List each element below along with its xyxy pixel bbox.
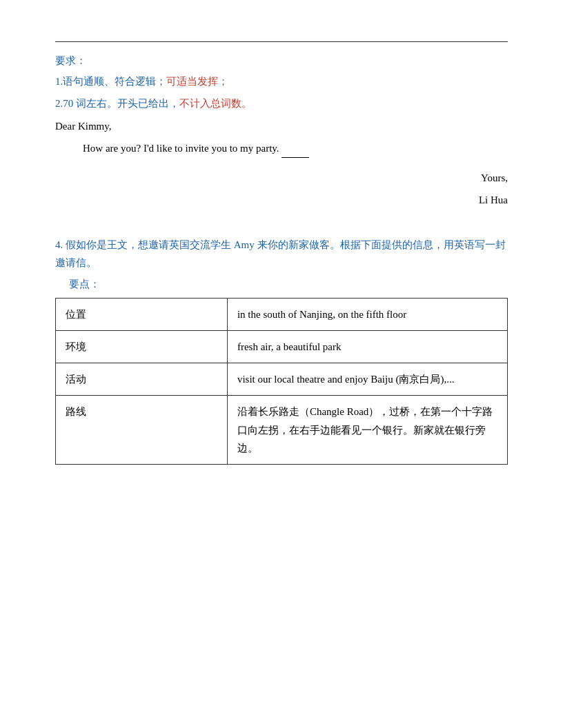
value-cell-route: 沿着长乐路走（Changle Road），过桥，在第一个十字路口向左拐，在右手边…	[227, 396, 507, 465]
question-4-section: 4. 假如你是王文，想邀请英国交流学生 Amy 来你的新家做客。根据下面提供的信…	[55, 236, 508, 465]
value-cell-location: in the south of Nanjing, on the fifth fl…	[227, 298, 507, 330]
letter-body-text: How are you? I'd like to invite you to m…	[83, 143, 279, 154]
dear-line: Dear Kimmy,	[55, 121, 508, 132]
question-number: 4.	[55, 239, 63, 250]
letter-sign: Yours, Li Hua	[55, 168, 508, 211]
info-table: 位置 in the south of Nanjing, on the fifth…	[55, 298, 508, 465]
top-divider	[55, 41, 508, 42]
requirements-title: 要求：	[55, 54, 508, 68]
letter-section: Dear Kimmy, How are you? I'd like to inv…	[55, 121, 508, 211]
req1-red: 可适当发挥；	[166, 76, 228, 87]
value-cell-activities: visit our local theatre and enjoy Baiju …	[227, 363, 507, 396]
requirement-item-2: 2.70 词左右。开头已给出，不计入总词数。	[55, 95, 508, 113]
yaodian-label: 要点：	[69, 278, 508, 291]
value-cell-environment: fresh air, a beautiful park	[227, 330, 507, 363]
letter-blank	[282, 157, 309, 158]
question-text: 假如你是王文，想邀请英国交流学生 Amy 来你的新家做客。根据下面提供的信息，用…	[55, 239, 506, 268]
req1-blue: 1.语句通顺、符合逻辑；	[55, 76, 166, 87]
sign-yours: Yours,	[55, 168, 508, 190]
table-row: 位置 in the south of Nanjing, on the fifth…	[56, 298, 508, 330]
label-cell-route: 路线	[56, 396, 228, 465]
label-cell-location: 位置	[56, 298, 228, 330]
question-4-header: 4. 假如你是王文，想邀请英国交流学生 Amy 来你的新家做客。根据下面提供的信…	[55, 236, 508, 272]
sign-name: Li Hua	[55, 190, 508, 212]
label-cell-environment: 环境	[56, 330, 228, 363]
req2-blue: 2.70 词左右。开头已给出，	[55, 98, 179, 109]
requirements-section: 要求： 1.语句通顺、符合逻辑；可适当发挥； 2.70 词左右。开头已给出，不计…	[55, 54, 508, 112]
letter-body: How are you? I'd like to invite you to m…	[83, 139, 508, 158]
label-cell-activities: 活动	[56, 363, 228, 396]
table-row: 路线 沿着长乐路走（Changle Road），过桥，在第一个十字路口向左拐，在…	[56, 396, 508, 465]
table-row: 环境 fresh air, a beautiful park	[56, 330, 508, 363]
req2-red: 不计入总词数。	[179, 98, 252, 109]
table-row: 活动 visit our local theatre and enjoy Bai…	[56, 363, 508, 396]
requirement-item-1: 1.语句通顺、符合逻辑；可适当发挥；	[55, 73, 508, 91]
